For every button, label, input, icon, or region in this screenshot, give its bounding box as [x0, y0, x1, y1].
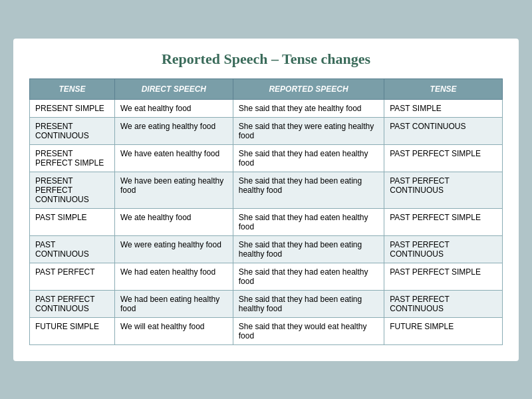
- tense-cell: FUTURE SIMPLE: [30, 317, 115, 344]
- tense-cell: PAST PERFECT: [30, 263, 115, 290]
- direct-speech-cell: We had eaten healthy food: [114, 263, 233, 290]
- reported-speech-cell: She said that they would eat healthy foo…: [233, 317, 384, 344]
- result-tense-cell: PAST PERFECT CONTINUOUS: [384, 235, 503, 263]
- table-row: PAST CONTINUOUSWe were eating healthy fo…: [30, 235, 503, 263]
- header-tense-result: TENSE: [384, 78, 503, 99]
- direct-speech-cell: We ate healthy food: [114, 208, 233, 235]
- page-title: Reported Speech – Tense changes: [29, 51, 503, 68]
- direct-speech-cell: We have eaten healthy food: [114, 144, 233, 172]
- direct-speech-cell: We will eat healthy food: [114, 317, 233, 344]
- tense-cell: PRESENT PERFECT CONTINUOUS: [30, 172, 115, 208]
- header-tense: TENSE: [30, 78, 115, 99]
- direct-speech-cell: We were eating healthy food: [114, 235, 233, 263]
- direct-speech-cell: We are eating healthy food: [114, 117, 233, 144]
- tense-cell: PRESENT SIMPLE: [30, 99, 115, 117]
- tense-cell: PRESENT CONTINUOUS: [30, 117, 115, 144]
- table-row: PRESENT PERFECT SIMPLEWe have eaten heal…: [30, 144, 503, 172]
- result-tense-cell: PAST PERFECT CONTINUOUS: [384, 290, 503, 317]
- table-row: PRESENT PERFECT CONTINUOUSWe have been e…: [30, 172, 503, 208]
- result-tense-cell: PAST PERFECT SIMPLE: [384, 144, 503, 172]
- result-tense-cell: PAST PERFECT SIMPLE: [384, 208, 503, 235]
- header-reported-speech: REPORTED SPEECH: [233, 78, 384, 99]
- direct-speech-cell: We have been eating healthy food: [114, 172, 233, 208]
- table-row: PAST PERFECTWe had eaten healthy foodShe…: [30, 263, 503, 290]
- header-direct-speech: DIRECT SPEECH: [114, 78, 233, 99]
- tense-cell: PAST SIMPLE: [30, 208, 115, 235]
- tense-cell: PAST CONTINUOUS: [30, 235, 115, 263]
- direct-speech-cell: We eat healthy food: [114, 99, 233, 117]
- reported-speech-cell: She said that they had been eating healt…: [233, 235, 384, 263]
- table-row: FUTURE SIMPLEWe will eat healthy foodShe…: [30, 317, 503, 344]
- tense-cell: PAST PERFECT CONTINUOUS: [30, 290, 115, 317]
- result-tense-cell: PAST PERFECT CONTINUOUS: [384, 172, 503, 208]
- result-tense-cell: PAST SIMPLE: [384, 99, 503, 117]
- result-tense-cell: PAST PERFECT SIMPLE: [384, 263, 503, 290]
- card: Reported Speech – Tense changes TENSE DI…: [13, 39, 519, 361]
- reported-speech-cell: She said that they were eating healthy f…: [233, 117, 384, 144]
- direct-speech-cell: We had been eating healthy food: [114, 290, 233, 317]
- table-row: PAST SIMPLEWe ate healthy foodShe said t…: [30, 208, 503, 235]
- reported-speech-cell: She said that they had eaten healthy foo…: [233, 208, 384, 235]
- reported-speech-cell: She said that they had been eating healt…: [233, 172, 384, 208]
- reported-speech-cell: She said that they had eaten healthy foo…: [233, 263, 384, 290]
- reported-speech-cell: She said that they ate healthy food: [233, 99, 384, 117]
- tense-cell: PRESENT PERFECT SIMPLE: [30, 144, 115, 172]
- table-row: PAST PERFECT CONTINUOUSWe had been eatin…: [30, 290, 503, 317]
- tense-table: TENSE DIRECT SPEECH REPORTED SPEECH TENS…: [29, 78, 503, 345]
- table-row: PRESENT SIMPLEWe eat healthy foodShe sai…: [30, 99, 503, 117]
- reported-speech-cell: She said that they had eaten healthy foo…: [233, 144, 384, 172]
- result-tense-cell: PAST CONTINUOUS: [384, 117, 503, 144]
- table-row: PRESENT CONTINUOUSWe are eating healthy …: [30, 117, 503, 144]
- reported-speech-cell: She said that they had been eating healt…: [233, 290, 384, 317]
- result-tense-cell: FUTURE SIMPLE: [384, 317, 503, 344]
